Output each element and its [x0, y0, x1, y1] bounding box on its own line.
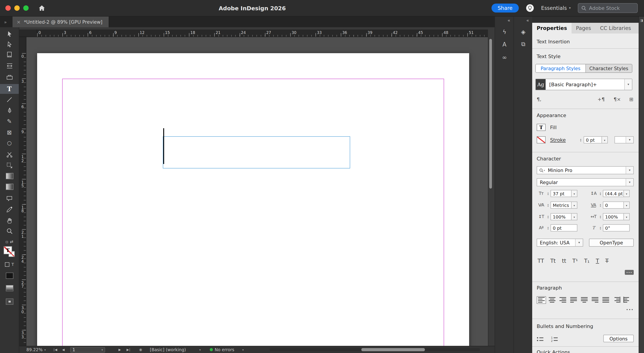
chevron-down-icon[interactable]: ▾	[624, 202, 630, 209]
paragraph-styles-tab[interactable]: Paragraph Styles	[536, 64, 585, 72]
next-page-button[interactable]: ▶	[118, 346, 121, 353]
page-tool[interactable]	[0, 50, 19, 59]
hand-tool[interactable]	[0, 215, 19, 225]
align-right-button[interactable]	[558, 296, 568, 304]
zoom-window-button[interactable]	[23, 5, 28, 11]
chevron-down-icon[interactable]: ▾	[571, 202, 577, 209]
skew-field[interactable]: 0°	[603, 224, 630, 231]
share-button[interactable]: Share	[491, 3, 518, 12]
tracking-stepper[interactable]: ▴▾	[598, 202, 602, 209]
align-left-button[interactable]	[537, 296, 546, 304]
glyphs-panel-icon[interactable]: A	[495, 39, 514, 50]
close-tab-icon[interactable]: ×	[16, 19, 20, 25]
preflight-profile-dropdown[interactable]: [Basic] (working) ▾	[150, 346, 200, 353]
page-number-dropdown[interactable]: 1 ▾	[70, 346, 105, 353]
horizontal-scale-field[interactable]: 100%	[603, 213, 624, 220]
horizontal-scrollbar-thumb[interactable]	[361, 348, 425, 351]
tab-pages[interactable]: Pages	[572, 23, 596, 33]
home-icon[interactable]	[38, 5, 45, 11]
selection-tool[interactable]	[0, 29, 19, 39]
gap-tool[interactable]	[0, 61, 19, 71]
numbered-list-icon[interactable]: 12	[551, 336, 558, 344]
rectangle-frame-tool[interactable]: ⊠	[0, 127, 19, 137]
character-more-options-button[interactable]: •••	[625, 270, 634, 275]
baseline-shift-field[interactable]: 0 pt	[550, 224, 577, 231]
paragraph-style-dropdown[interactable]: Ag [Basic Paragraph]+ ▾	[535, 79, 632, 90]
kerning-stepper[interactable]: ▴▾	[546, 202, 550, 209]
formatting-affects-toggles[interactable]: T	[0, 261, 19, 268]
text-fill-swatch[interactable]: T	[537, 124, 546, 131]
chevron-down-icon[interactable]: ▾	[624, 190, 630, 197]
preflight-icon[interactable]: ◉	[139, 346, 142, 353]
chevron-down-icon[interactable]: ▾	[624, 213, 630, 220]
strikethrough-icon[interactable]: T	[605, 258, 609, 264]
language-dropdown[interactable]: English: USA ▾	[537, 239, 583, 247]
apply-gradient-button[interactable]	[0, 285, 19, 292]
justify-last-left-button[interactable]	[569, 296, 578, 304]
skew-stepper[interactable]: ▴▾	[598, 224, 602, 231]
note-tool[interactable]	[0, 193, 19, 203]
stroke-weight-stepper[interactable]: ▴▾	[579, 136, 583, 143]
align-center-button[interactable]	[548, 296, 557, 304]
direct-selection-tool[interactable]	[0, 39, 19, 49]
horizontal-ruler[interactable]: 03691215182124273033363942454851	[37, 29, 488, 37]
tracking-field[interactable]: 0	[603, 202, 624, 209]
adobe-stock-search[interactable]: Adobe Stock	[578, 3, 638, 13]
fill-stroke-mini-controls[interactable]: ▫⇄	[0, 238, 19, 245]
ellipse-tool[interactable]: ○	[0, 138, 19, 148]
font-size-stepper[interactable]: ▴▾	[546, 190, 550, 197]
paragraph-mark-icon[interactable]: ¶,	[537, 96, 541, 102]
fill-stroke-proxy[interactable]: T	[0, 246, 19, 257]
content-collector-tool[interactable]	[0, 72, 19, 82]
stroke-swatch[interactable]	[537, 136, 546, 143]
collapse-dock-icon[interactable]: «	[508, 18, 510, 23]
lowercase-icon[interactable]: tt	[562, 258, 566, 264]
chevron-down-icon[interactable]: ▾	[571, 213, 577, 220]
new-style-icon[interactable]: +¶	[598, 96, 605, 102]
vertical-scale-stepper[interactable]: ▴▾	[546, 213, 550, 220]
free-transform-tool[interactable]	[0, 160, 19, 170]
pencil-tool[interactable]: ✎	[0, 116, 19, 126]
baseline-shift-stepper[interactable]: ▴▾	[546, 224, 550, 231]
vertical-scale-field[interactable]: 100%	[550, 213, 571, 220]
stroke-weight-field[interactable]: 0 pt	[584, 136, 602, 143]
tab-overflow-icon[interactable]: »	[0, 19, 11, 24]
underline-icon[interactable]: T	[596, 258, 599, 264]
bullet-list-icon[interactable]	[537, 336, 544, 344]
subscript-icon[interactable]: T₁	[584, 258, 590, 264]
ruler-origin-corner[interactable]	[19, 29, 37, 37]
paragraph-more-options-button[interactable]: •••	[626, 308, 634, 312]
zoom-tool[interactable]	[0, 226, 19, 236]
scissors-tool[interactable]	[0, 149, 19, 159]
horizontal-scale-stepper[interactable]: ▴▾	[598, 213, 602, 220]
font-style-dropdown[interactable]: Regular ▾	[537, 178, 634, 186]
tab-properties[interactable]: Properties	[532, 23, 572, 33]
all-caps-icon[interactable]: TT	[538, 258, 544, 264]
clear-overrides-icon[interactable]: ¶×	[614, 96, 621, 102]
align-toward-spine-button[interactable]	[612, 296, 621, 304]
opentype-button[interactable]: OpenType	[589, 239, 634, 247]
page[interactable]	[37, 53, 469, 346]
document-tab[interactable]: × *Untitled-2 @ 89% [GPU Preview]	[12, 16, 109, 27]
workspace-switcher[interactable]: Essentials ▾	[541, 5, 571, 11]
stroke-link[interactable]: Stroke	[550, 137, 566, 143]
bullets-options-button[interactable]: Options	[603, 335, 634, 342]
zoom-level-dropdown[interactable]: 89.22% ▾	[26, 346, 46, 353]
kerning-field[interactable]: Metrics	[550, 202, 571, 209]
first-page-button[interactable]: ∣◀	[53, 346, 57, 353]
justify-all-button[interactable]	[601, 296, 610, 304]
justify-last-right-button[interactable]	[590, 296, 600, 304]
style-options-icon[interactable]: ⊞	[629, 96, 633, 102]
gradient-swatch-tool[interactable]	[0, 171, 19, 181]
chevron-down-icon[interactable]: ▾	[602, 136, 608, 143]
leading-stepper[interactable]: ▴▾	[598, 190, 602, 197]
apply-color-button[interactable]	[0, 272, 19, 279]
last-page-button[interactable]: ▶∣	[126, 346, 130, 353]
vertical-scrollbar[interactable]	[488, 37, 493, 346]
justify-last-center-button[interactable]	[580, 296, 589, 304]
text-frame[interactable]	[163, 136, 350, 168]
pen-tool[interactable]	[0, 105, 19, 115]
small-caps-icon[interactable]: Tt	[550, 258, 556, 264]
type-tool[interactable]: T	[0, 84, 19, 94]
screen-mode-button[interactable]	[0, 298, 19, 305]
